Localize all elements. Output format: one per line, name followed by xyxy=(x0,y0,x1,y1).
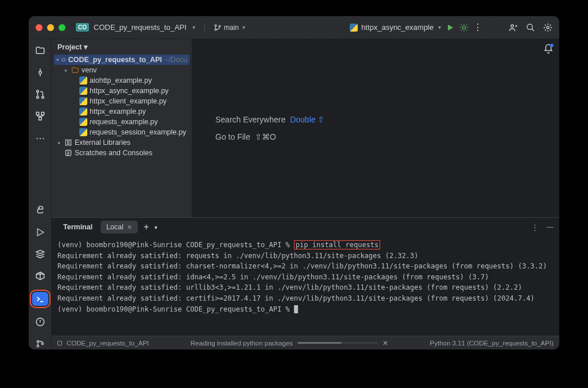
new-terminal-button[interactable]: + xyxy=(140,222,152,232)
terminal-panel: Terminal Local ✕ + ▾ ⋮ — (venv) boombro1… xyxy=(52,217,559,336)
chevron-down-icon[interactable]: ▾ xyxy=(192,24,195,30)
python-icon xyxy=(79,107,87,116)
svg-point-3 xyxy=(462,26,465,29)
expand-icon[interactable]: ▸ xyxy=(63,67,69,73)
svg-point-5 xyxy=(527,24,532,29)
terminal-options-icon[interactable]: ⋮ xyxy=(531,223,539,232)
expand-icon[interactable]: ▸ xyxy=(56,140,62,145)
run-configuration[interactable]: httpx_async_example ▾ xyxy=(350,23,441,32)
expand-icon[interactable]: ▾ xyxy=(56,57,59,63)
editor-area: Search Everywhere Double ⇧ Go to File ⇧⌘… xyxy=(192,39,559,217)
left-tool-rail: ⋯ xyxy=(29,39,52,349)
settings-icon[interactable] xyxy=(543,23,552,32)
services-tool-icon[interactable] xyxy=(34,270,46,282)
problems-tool-icon[interactable] xyxy=(34,316,46,328)
status-icon[interactable] xyxy=(57,341,62,345)
python-console-icon[interactable] xyxy=(34,205,46,216)
project-panel-header[interactable]: Project ▾ xyxy=(52,39,192,55)
run-button[interactable] xyxy=(446,23,455,32)
titlebar: CO CODE_py_requests_to_API ▾ | main ▾ ht… xyxy=(29,16,559,39)
minimize-icon[interactable] xyxy=(47,24,54,31)
close-icon[interactable]: ✕ xyxy=(127,224,132,231)
svg-rect-12 xyxy=(41,112,44,115)
maximize-icon[interactable] xyxy=(59,24,65,31)
status-bar: CODE_py_requests_to_API Reading installe… xyxy=(52,336,559,349)
project-badge: CO xyxy=(76,23,89,32)
svg-rect-11 xyxy=(36,112,39,115)
commit-tool-icon[interactable] xyxy=(34,67,46,78)
chevron-down-icon: ▾ xyxy=(242,24,245,30)
svg-point-14 xyxy=(38,208,40,209)
svg-point-1 xyxy=(215,29,216,30)
status-file[interactable]: CODE_py_requests_to_API xyxy=(67,340,149,347)
status-interpreter[interactable]: Python 3.11 (CODE_py_requests_to_API) xyxy=(430,340,554,347)
svg-point-18 xyxy=(41,343,43,344)
svg-point-10 xyxy=(41,96,44,98)
structure-tool-icon[interactable] xyxy=(34,110,46,122)
python-icon xyxy=(79,97,87,105)
project-tree[interactable]: ▾ CODE_py_requests_to_API ~/Docu ▸ venv … xyxy=(52,55,192,163)
python-icon xyxy=(79,76,87,84)
highlighted-command: pip install requests xyxy=(294,240,381,249)
tree-file[interactable]: httpx_example.py xyxy=(54,106,189,117)
tree-file[interactable]: aiohttp_example.py xyxy=(54,75,189,86)
window-controls xyxy=(36,24,65,31)
terminal-label: Terminal xyxy=(57,221,98,233)
terminal-output[interactable]: (venv) boombro190@Pink-Sunrise CODE_py_r… xyxy=(52,236,559,336)
code-with-me-icon[interactable] xyxy=(509,23,518,32)
vcs-branch[interactable]: main ▾ xyxy=(214,24,245,32)
python-icon xyxy=(79,128,87,136)
cancel-task-icon[interactable]: ✕ xyxy=(382,339,388,347)
search-icon[interactable] xyxy=(526,23,535,32)
branch-name: main xyxy=(224,24,239,32)
tree-file[interactable]: httpx_client_example.py xyxy=(54,96,189,106)
close-icon[interactable] xyxy=(36,24,42,31)
project-panel[interactable]: Project ▾ ▾ CODE_py_requests_to_API ~/Do… xyxy=(52,39,192,217)
packages-tool-icon[interactable] xyxy=(34,248,46,260)
git-tool-icon[interactable] xyxy=(34,338,46,349)
notification-badge xyxy=(550,44,554,47)
search-everywhere-hint: Search Everywhere Double ⇧ xyxy=(215,115,324,124)
progress-bar xyxy=(297,342,378,344)
svg-point-8 xyxy=(36,90,38,93)
python-icon xyxy=(79,118,87,126)
tree-root[interactable]: ▾ CODE_py_requests_to_API ~/Docu xyxy=(54,55,189,65)
svg-point-7 xyxy=(38,71,41,74)
status-task: Reading installed python packages xyxy=(191,340,293,347)
hide-terminal-icon[interactable]: — xyxy=(547,223,554,232)
tree-venv[interactable]: ▸ venv xyxy=(54,65,189,75)
svg-point-0 xyxy=(215,25,216,26)
tree-file[interactable]: requests_example.py xyxy=(54,117,189,127)
python-icon xyxy=(350,24,358,32)
project-tool-icon[interactable] xyxy=(34,45,46,56)
goto-file-hint: Go to File ⇧⌘O xyxy=(215,132,276,141)
chevron-down-icon: ▾ xyxy=(84,43,88,51)
svg-point-6 xyxy=(547,26,549,29)
ide-window: CO CODE_py_requests_to_API ▾ | main ▾ ht… xyxy=(29,16,559,349)
more-tool-icon[interactable]: ⋯ xyxy=(34,132,46,144)
tree-file[interactable]: requests_session_example.py xyxy=(54,127,189,137)
terminal-tab-local[interactable]: Local ✕ xyxy=(100,221,138,233)
svg-rect-13 xyxy=(38,117,41,120)
svg-point-9 xyxy=(36,96,38,98)
project-title[interactable]: CODE_py_requests_to_API xyxy=(94,23,187,32)
svg-point-16 xyxy=(37,340,38,342)
svg-point-2 xyxy=(219,25,220,27)
chevron-down-icon[interactable]: ▾ xyxy=(154,224,157,231)
tree-external-libraries[interactable]: ▸ External Libraries xyxy=(54,137,189,148)
debug-button[interactable] xyxy=(459,23,469,32)
run-tool-icon[interactable] xyxy=(34,226,46,238)
more-icon[interactable]: ⋮ xyxy=(473,23,482,32)
run-config-name: httpx_async_example xyxy=(361,23,434,32)
python-icon xyxy=(79,87,87,95)
svg-point-4 xyxy=(511,25,514,28)
chevron-down-icon: ▾ xyxy=(438,24,441,30)
tree-scratches[interactable]: Scratches and Consoles xyxy=(54,148,189,158)
tree-file[interactable]: httpx_async_example.py xyxy=(54,86,189,96)
terminal-tabs: Terminal Local ✕ + ▾ ⋮ — xyxy=(52,218,559,236)
terminal-cursor xyxy=(294,305,298,313)
terminal-tool-icon[interactable] xyxy=(32,292,48,306)
pull-requests-icon[interactable] xyxy=(34,89,46,100)
svg-point-17 xyxy=(37,345,38,347)
